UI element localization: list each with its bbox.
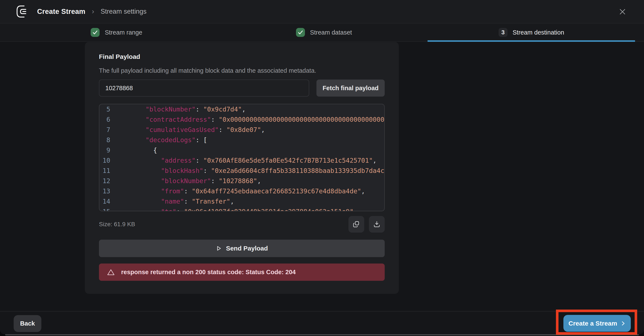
create-stream-label: Create a Stream (568, 320, 617, 327)
step-stream-range[interactable]: Stream range (13, 24, 220, 41)
code-line: 15 "to": "0x96a41097fc839448b2591fac2978… (99, 206, 384, 211)
line-number: 8 (99, 135, 110, 145)
play-icon (216, 246, 222, 251)
copy-icon (352, 220, 360, 228)
line-content: "contractAddress": "0x000000000000000000… (122, 114, 385, 125)
modal-header: Create Stream › Stream settings (0, 0, 644, 24)
line-number: 13 (99, 186, 110, 196)
code-line: 5 "blockNumber": "0x9cd7d4", (99, 104, 384, 114)
step-stream-dataset[interactable]: Stream dataset (220, 24, 428, 41)
code-line: 11 "blockHash": "0xe2a6d6604c8ffa5b33811… (99, 166, 384, 176)
stepper-bar: Stream rangeStream dataset3Stream destin… (0, 24, 644, 42)
final-payload-panel: Final Payload The full payload including… (85, 42, 399, 294)
step-complete-check-icon (91, 28, 100, 37)
line-number: 5 (99, 104, 110, 114)
line-content: "blockNumber": "10278868", (122, 176, 261, 186)
line-number: 6 (99, 114, 110, 125)
code-line: 13 "from": "0x64aff7245ebdaaecaf26685213… (99, 186, 384, 196)
panel-title: Final Payload (99, 53, 385, 60)
send-payload-label: Send Payload (226, 245, 268, 252)
line-number: 10 (99, 156, 110, 166)
line-content: "blockHash": "0xe2a6d6604c8ffa5b33811038… (122, 166, 385, 176)
breadcrumb: Stream settings (101, 8, 146, 15)
line-content: "to": "0x96a41097fc839448b2591fac297884e… (122, 206, 358, 211)
code-line: 14 "name": "Transfer", (99, 196, 384, 206)
close-button[interactable] (618, 7, 627, 17)
line-number: 12 (99, 176, 110, 186)
line-content: "address": "0x760AfE86e5de5fa0Ee542fc7B7… (122, 156, 376, 166)
line-number: 14 (99, 196, 110, 206)
code-line: 12 "blockNumber": "10278868", (99, 176, 384, 186)
copy-payload-button[interactable] (348, 216, 364, 232)
code-line: 7 "cumulativeGasUsed": "0x8de07", (99, 125, 384, 135)
line-number: 9 (99, 145, 110, 156)
step-complete-check-icon (296, 28, 305, 37)
line-number: 15 (99, 206, 110, 211)
line-content: "from": "0x64aff7245ebdaaecaf266852139c6… (122, 186, 365, 196)
download-icon (373, 220, 381, 228)
panel-description: The full payload including all matching … (99, 67, 385, 74)
step-number-badge: 3 (498, 28, 508, 37)
step-label: Stream dataset (310, 29, 352, 36)
back-button[interactable]: Back (14, 315, 41, 332)
line-content: "decodedLogs": [ (122, 135, 207, 145)
line-content: "cumulativeGasUsed": "0x8de07", (122, 125, 265, 135)
line-number: 7 (99, 125, 110, 135)
streams-logo-icon (16, 5, 29, 18)
line-number: 11 (99, 166, 110, 176)
error-banner: response returned a non 200 status code:… (99, 264, 385, 281)
create-stream-modal: Create Stream › Stream settings Stream r… (0, 0, 644, 334)
step-stream-destination[interactable]: 3Stream destination (428, 24, 635, 41)
error-message: response returned a non 200 status code:… (121, 269, 296, 276)
chevron-right-icon (621, 321, 626, 326)
create-stream-button[interactable]: Create a Stream (564, 315, 631, 332)
send-payload-button[interactable]: Send Payload (99, 240, 385, 257)
block-number-input[interactable] (99, 80, 309, 96)
page-title: Create Stream (37, 8, 85, 16)
code-line: 9 { (99, 145, 384, 156)
code-line: 6 "contractAddress": "0x0000000000000000… (99, 114, 384, 125)
fetch-final-payload-button[interactable]: Fetch final payload (316, 80, 385, 96)
line-content: { (122, 145, 157, 156)
payload-json-viewer[interactable]: 5 "blockNumber": "0x9cd7d4",6 "contractA… (99, 104, 385, 211)
payload-actions (348, 216, 385, 232)
line-content: "name": "Transfer", (122, 196, 234, 206)
step-label: Stream range (105, 29, 142, 36)
code-line: 8 "decodedLogs": [ (99, 135, 384, 145)
block-number-row: Fetch final payload (99, 80, 385, 96)
stepper-steps: Stream rangeStream dataset3Stream destin… (13, 24, 635, 41)
download-payload-button[interactable] (369, 216, 385, 232)
step-label: Stream destination (513, 29, 564, 36)
payload-meta-row: Size: 61.9 KB (99, 216, 385, 232)
payload-size-label: Size: 61.9 KB (99, 221, 135, 228)
warning-triangle-icon (107, 269, 115, 276)
modal-footer: Back (0, 311, 644, 334)
breadcrumb-chevron-icon: › (92, 7, 94, 15)
active-step-underline (428, 40, 635, 42)
line-content: "blockNumber": "0x9cd7d4", (122, 104, 246, 114)
code-line: 10 "address": "0x760AfE86e5de5fa0Ee542fc… (99, 156, 384, 166)
